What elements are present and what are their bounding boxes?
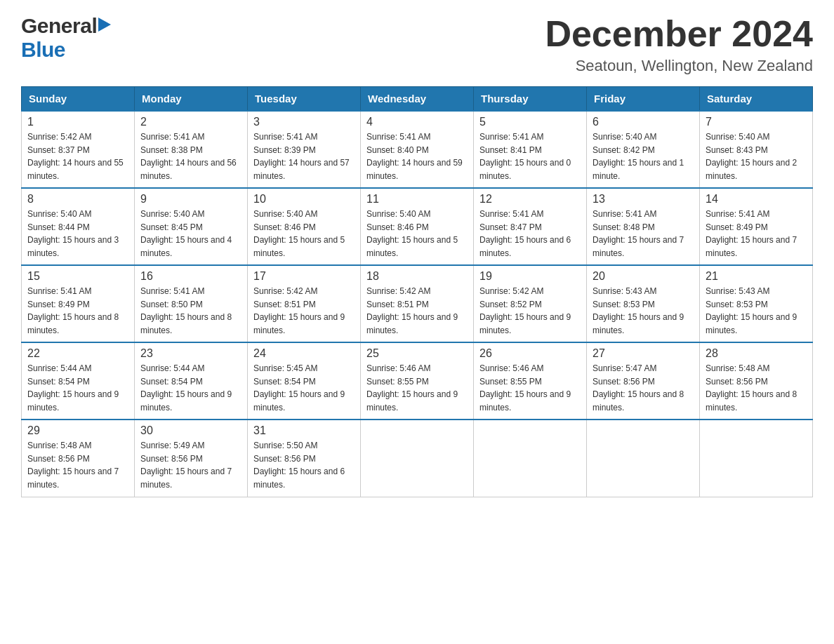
- calendar-cell: 7 Sunrise: 5:40 AMSunset: 8:43 PMDayligh…: [700, 111, 813, 188]
- day-number: 12: [479, 193, 581, 206]
- day-info: Sunrise: 5:41 AMSunset: 8:49 PMDaylight:…: [27, 285, 128, 337]
- day-info: Sunrise: 5:44 AMSunset: 8:54 PMDaylight:…: [27, 362, 128, 414]
- day-info: Sunrise: 5:41 AMSunset: 8:40 PMDaylight:…: [366, 130, 468, 182]
- day-number: 28: [706, 347, 807, 360]
- day-number: 26: [479, 347, 581, 360]
- day-info: Sunrise: 5:42 AMSunset: 8:37 PMDaylight:…: [27, 130, 128, 182]
- day-info: Sunrise: 5:42 AMSunset: 8:51 PMDaylight:…: [366, 285, 468, 337]
- weekday-header-sunday: Sunday: [22, 87, 135, 112]
- day-info: Sunrise: 5:48 AMSunset: 8:56 PMDaylight:…: [706, 362, 807, 414]
- day-info: Sunrise: 5:42 AMSunset: 8:51 PMDaylight:…: [253, 285, 355, 337]
- calendar-cell: [587, 420, 700, 497]
- calendar-week-row: 15 Sunrise: 5:41 AMSunset: 8:49 PMDaylig…: [22, 265, 813, 342]
- weekday-header-wednesday: Wednesday: [361, 87, 474, 112]
- day-number: 3: [253, 116, 355, 128]
- calendar-cell: 25 Sunrise: 5:46 AMSunset: 8:55 PMDaylig…: [361, 342, 474, 420]
- day-info: Sunrise: 5:41 AMSunset: 8:48 PMDaylight:…: [593, 208, 694, 260]
- calendar-cell: [361, 420, 474, 497]
- calendar-cell: 17 Sunrise: 5:42 AMSunset: 8:51 PMDaylig…: [248, 265, 361, 342]
- calendar-cell: 15 Sunrise: 5:41 AMSunset: 8:49 PMDaylig…: [22, 265, 135, 342]
- day-info: Sunrise: 5:45 AMSunset: 8:54 PMDaylight:…: [253, 362, 355, 414]
- logo: General Blue: [21, 14, 111, 62]
- weekday-header-saturday: Saturday: [700, 87, 813, 112]
- day-number: 15: [27, 270, 128, 283]
- day-info: Sunrise: 5:47 AMSunset: 8:56 PMDaylight:…: [593, 362, 694, 414]
- day-number: 30: [140, 424, 241, 437]
- calendar-cell: [474, 420, 587, 497]
- calendar-cell: 26 Sunrise: 5:46 AMSunset: 8:55 PMDaylig…: [474, 342, 587, 420]
- calendar-cell: 16 Sunrise: 5:41 AMSunset: 8:50 PMDaylig…: [135, 265, 248, 342]
- calendar-week-row: 29 Sunrise: 5:48 AMSunset: 8:56 PMDaylig…: [22, 420, 813, 497]
- logo-arrow-icon: [98, 18, 111, 34]
- day-info: Sunrise: 5:50 AMSunset: 8:56 PMDaylight:…: [253, 439, 355, 491]
- day-info: Sunrise: 5:41 AMSunset: 8:50 PMDaylight:…: [140, 285, 241, 337]
- weekday-header-friday: Friday: [587, 87, 700, 112]
- calendar-cell: 28 Sunrise: 5:48 AMSunset: 8:56 PMDaylig…: [700, 342, 813, 420]
- calendar-cell: 1 Sunrise: 5:42 AMSunset: 8:37 PMDayligh…: [22, 111, 135, 188]
- calendar-cell: 29 Sunrise: 5:48 AMSunset: 8:56 PMDaylig…: [22, 420, 135, 497]
- logo-blue-text: Blue: [21, 38, 65, 62]
- calendar-cell: 23 Sunrise: 5:44 AMSunset: 8:54 PMDaylig…: [135, 342, 248, 420]
- calendar-cell: 4 Sunrise: 5:41 AMSunset: 8:40 PMDayligh…: [361, 111, 474, 188]
- calendar-week-row: 8 Sunrise: 5:40 AMSunset: 8:44 PMDayligh…: [22, 188, 813, 265]
- day-number: 13: [593, 193, 694, 206]
- day-number: 5: [479, 116, 581, 128]
- weekday-header-monday: Monday: [135, 87, 248, 112]
- calendar-cell: 9 Sunrise: 5:40 AMSunset: 8:45 PMDayligh…: [135, 188, 248, 265]
- day-info: Sunrise: 5:41 AMSunset: 8:39 PMDaylight:…: [253, 130, 355, 182]
- day-number: 9: [140, 193, 241, 206]
- weekday-header-tuesday: Tuesday: [248, 87, 361, 112]
- day-info: Sunrise: 5:49 AMSunset: 8:56 PMDaylight:…: [140, 439, 241, 491]
- day-info: Sunrise: 5:40 AMSunset: 8:44 PMDaylight:…: [27, 208, 128, 260]
- calendar-cell: 13 Sunrise: 5:41 AMSunset: 8:48 PMDaylig…: [587, 188, 700, 265]
- day-info: Sunrise: 5:41 AMSunset: 8:47 PMDaylight:…: [479, 208, 581, 260]
- calendar-cell: 8 Sunrise: 5:40 AMSunset: 8:44 PMDayligh…: [22, 188, 135, 265]
- day-info: Sunrise: 5:41 AMSunset: 8:49 PMDaylight:…: [706, 208, 807, 260]
- location-subtitle: Seatoun, Wellington, New Zealand: [545, 57, 813, 75]
- month-title: December 2024: [545, 14, 813, 54]
- day-number: 2: [140, 116, 241, 128]
- calendar-week-row: 1 Sunrise: 5:42 AMSunset: 8:37 PMDayligh…: [22, 111, 813, 188]
- day-number: 17: [253, 270, 355, 283]
- day-info: Sunrise: 5:42 AMSunset: 8:52 PMDaylight:…: [479, 285, 581, 337]
- calendar-cell: 2 Sunrise: 5:41 AMSunset: 8:38 PMDayligh…: [135, 111, 248, 188]
- day-info: Sunrise: 5:48 AMSunset: 8:56 PMDaylight:…: [27, 439, 128, 491]
- day-number: 7: [706, 116, 807, 128]
- calendar-cell: 22 Sunrise: 5:44 AMSunset: 8:54 PMDaylig…: [22, 342, 135, 420]
- day-number: 23: [140, 347, 241, 360]
- day-number: 11: [366, 193, 468, 206]
- day-number: 4: [366, 116, 468, 128]
- day-number: 29: [27, 424, 128, 437]
- day-number: 21: [706, 270, 807, 283]
- calendar-cell: 5 Sunrise: 5:41 AMSunset: 8:41 PMDayligh…: [474, 111, 587, 188]
- day-info: Sunrise: 5:40 AMSunset: 8:46 PMDaylight:…: [253, 208, 355, 260]
- day-number: 14: [706, 193, 807, 206]
- calendar-cell: 3 Sunrise: 5:41 AMSunset: 8:39 PMDayligh…: [248, 111, 361, 188]
- day-info: Sunrise: 5:40 AMSunset: 8:42 PMDaylight:…: [593, 130, 694, 182]
- day-info: Sunrise: 5:43 AMSunset: 8:53 PMDaylight:…: [593, 285, 694, 337]
- calendar-cell: 24 Sunrise: 5:45 AMSunset: 8:54 PMDaylig…: [248, 342, 361, 420]
- day-info: Sunrise: 5:46 AMSunset: 8:55 PMDaylight:…: [479, 362, 581, 414]
- calendar-cell: 30 Sunrise: 5:49 AMSunset: 8:56 PMDaylig…: [135, 420, 248, 497]
- calendar-cell: 6 Sunrise: 5:40 AMSunset: 8:42 PMDayligh…: [587, 111, 700, 188]
- calendar-cell: [700, 420, 813, 497]
- calendar-cell: 14 Sunrise: 5:41 AMSunset: 8:49 PMDaylig…: [700, 188, 813, 265]
- svg-marker-0: [98, 18, 111, 32]
- day-number: 25: [366, 347, 468, 360]
- day-number: 10: [253, 193, 355, 206]
- day-number: 1: [27, 116, 128, 128]
- day-number: 27: [593, 347, 694, 360]
- calendar-cell: 19 Sunrise: 5:42 AMSunset: 8:52 PMDaylig…: [474, 265, 587, 342]
- title-block: December 2024 Seatoun, Wellington, New Z…: [545, 14, 813, 75]
- day-info: Sunrise: 5:43 AMSunset: 8:53 PMDaylight:…: [706, 285, 807, 337]
- logo-general-text: General: [21, 14, 97, 38]
- day-info: Sunrise: 5:44 AMSunset: 8:54 PMDaylight:…: [140, 362, 241, 414]
- day-number: 20: [593, 270, 694, 283]
- day-number: 24: [253, 347, 355, 360]
- day-info: Sunrise: 5:40 AMSunset: 8:46 PMDaylight:…: [366, 208, 468, 260]
- day-info: Sunrise: 5:41 AMSunset: 8:41 PMDaylight:…: [479, 130, 581, 182]
- day-number: 31: [253, 424, 355, 437]
- day-number: 19: [479, 270, 581, 283]
- calendar-cell: 11 Sunrise: 5:40 AMSunset: 8:46 PMDaylig…: [361, 188, 474, 265]
- weekday-header-thursday: Thursday: [474, 87, 587, 112]
